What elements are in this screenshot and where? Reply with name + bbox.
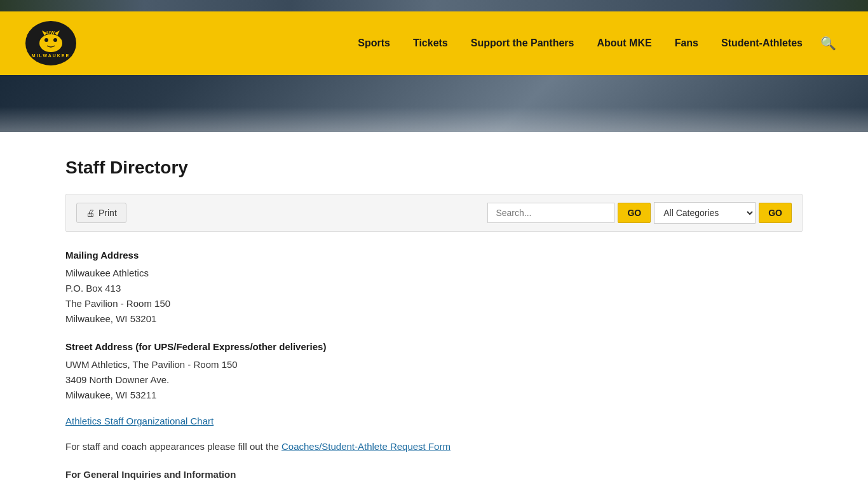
page-title: Staff Directory [65, 151, 803, 178]
appearance-paragraph: For staff and coach appearances please f… [65, 439, 803, 454]
general-inquiries-label: For General Inquiries and Information [65, 467, 803, 482]
svg-point-3 [44, 38, 48, 42]
appearance-text-before: For staff and coach appearances please f… [65, 441, 281, 452]
print-button[interactable]: 🖨 Print [76, 203, 126, 223]
street-address-line2: 3409 North Downer Ave. [65, 372, 803, 388]
general-inquiries-section: For General Inquiries and Information 41… [65, 467, 803, 488]
street-address-label: Street Address (for UPS/Federal Express/… [65, 339, 803, 355]
mailing-address-line1: Milwaukee Athletics [65, 266, 803, 281]
general-inquiries-phone: 414-229-5151 [65, 485, 803, 488]
org-chart-link[interactable]: Athletics Staff Organizational Chart [65, 416, 214, 426]
nav-link-sports[interactable]: Sports [346, 31, 402, 55]
appearance-request-link[interactable]: Coaches/Student-Athlete Request Form [281, 441, 451, 452]
nav-item-support[interactable]: Support the Panthers [459, 31, 586, 55]
street-address-line3: Milwaukee, WI 53211 [65, 388, 803, 403]
nav-item-fans[interactable]: Fans [663, 31, 710, 55]
svg-text:MILWAUKEE: MILWAUKEE [32, 53, 70, 58]
nav-item-about[interactable]: About MKE [585, 31, 663, 55]
category-select[interactable]: All Categories [654, 202, 756, 224]
print-icon: 🖨 [86, 208, 95, 218]
nav-item-student-athletes[interactable]: Student-Athletes [710, 31, 814, 55]
nav-link-student-athletes[interactable]: Student-Athletes [710, 31, 814, 55]
search-area: GO All Categories GO [487, 202, 792, 224]
nav-item-tickets[interactable]: Tickets [402, 31, 459, 55]
nav-link-fans[interactable]: Fans [663, 31, 710, 55]
mailing-address-label: Mailing Address [65, 248, 803, 263]
nav-link-tickets[interactable]: Tickets [402, 31, 459, 55]
search-icon: 🔍 [820, 36, 836, 50]
nav-link-support[interactable]: Support the Panthers [459, 31, 586, 55]
street-address-line1: UWM Athletics, The Pavilion - Room 150 [65, 357, 803, 372]
main-navigation: UW MILWAUKEE Sports Tickets Support the … [0, 11, 868, 75]
site-logo[interactable]: UW MILWAUKEE [25, 21, 76, 65]
mailing-address-line3: The Pavilion - Room 150 [65, 296, 803, 311]
print-label: Print [98, 208, 117, 218]
mailing-address-line2: P.O. Box 413 [65, 281, 803, 296]
nav-item-sports[interactable]: Sports [346, 31, 402, 55]
nav-link-about[interactable]: About MKE [585, 31, 663, 55]
search-button[interactable]: 🔍 [814, 29, 843, 57]
svg-text:UW: UW [46, 30, 55, 35]
mailing-address-section: Mailing Address Milwaukee Athletics P.O.… [65, 248, 803, 327]
toolbar: 🖨 Print GO All Categories GO [65, 194, 803, 232]
svg-point-4 [53, 38, 57, 42]
hero-banner [0, 75, 868, 132]
svg-point-2 [39, 34, 62, 52]
search-go-button[interactable]: GO [618, 203, 651, 223]
org-chart-paragraph: Athletics Staff Organizational Chart [65, 416, 803, 426]
street-address-section: Street Address (for UPS/Federal Express/… [65, 339, 803, 403]
page-content: Staff Directory 🖨 Print GO All Categorie… [0, 132, 868, 488]
search-input[interactable] [487, 203, 614, 223]
category-go-button[interactable]: GO [759, 203, 792, 223]
nav-menu: Sports Tickets Support the Panthers Abou… [346, 31, 814, 55]
main-container: Staff Directory 🖨 Print GO All Categorie… [53, 132, 815, 488]
mailing-address-line4: Milwaukee, WI 53201 [65, 311, 803, 327]
top-banner [0, 0, 868, 11]
